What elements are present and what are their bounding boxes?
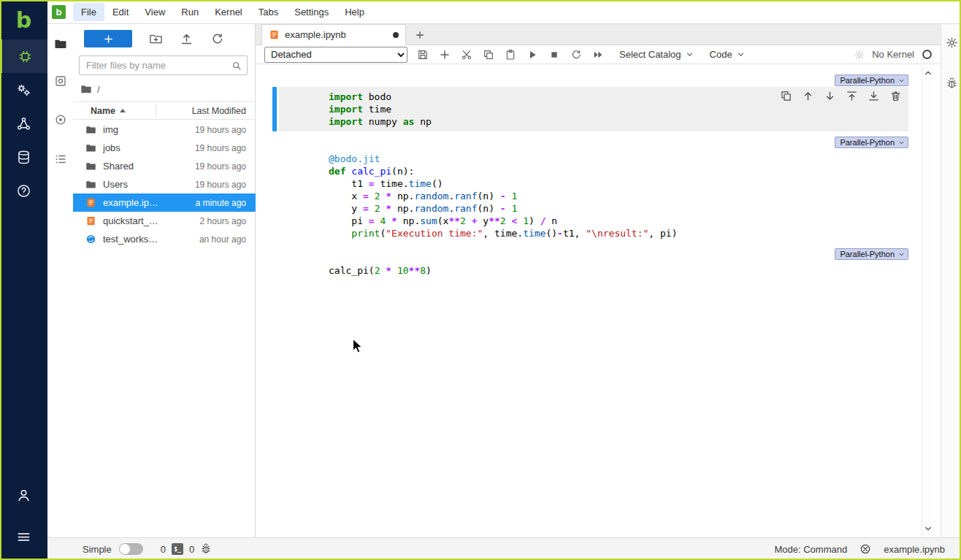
circle-dot-icon — [54, 113, 67, 126]
move-cell-up-button[interactable] — [802, 90, 814, 102]
scroll-down-icon[interactable] — [924, 524, 933, 533]
kernel-mode-select[interactable]: Detached — [264, 47, 407, 63]
bodo-logo: b — [0, 0, 47, 39]
column-header-name[interactable]: Name — [91, 106, 126, 116]
new-folder-button[interactable] — [149, 32, 163, 46]
interrupt-kernel-button[interactable] — [543, 46, 565, 64]
chevron-down-icon — [737, 50, 745, 58]
refresh-button[interactable] — [210, 32, 224, 46]
chevron-down-icon — [898, 251, 905, 258]
kernel-status-icon[interactable] — [921, 48, 933, 61]
kernel-status-label[interactable]: No Kernel — [872, 49, 914, 60]
menu-item-run[interactable]: Run — [173, 3, 207, 21]
select-catalog-dropdown[interactable]: Select Catalog — [619, 49, 694, 60]
file-browser: / Name Last Modified img 19 hours ago jo… — [73, 24, 256, 537]
plus-icon — [415, 30, 425, 40]
cell-selection-bar — [272, 87, 277, 131]
file-row[interactable]: jobs 19 hours ago — [73, 139, 256, 157]
file-name: test_works… — [103, 234, 158, 245]
insert-cell-button[interactable] — [434, 46, 456, 64]
menu-item-help[interactable]: Help — [337, 3, 372, 21]
toolbar-right-group: No Kernel — [854, 48, 933, 61]
paste-cell-button[interactable] — [499, 46, 521, 64]
breadcrumb[interactable]: / — [80, 83, 100, 96]
file-row[interactable]: test_works… an hour ago — [73, 230, 256, 248]
cell-type-dropdown[interactable]: Code — [710, 49, 745, 60]
restart-kernel-button[interactable] — [565, 46, 587, 64]
menu-item-tabs[interactable]: Tabs — [250, 3, 286, 21]
sidebar-item-catalog[interactable] — [0, 140, 47, 174]
sidebar-item-clusters[interactable] — [0, 73, 47, 107]
file-row-selected[interactable]: example.ip… a minute ago — [73, 193, 256, 212]
new-folder-icon — [149, 32, 163, 46]
file-row[interactable]: img 19 hours ago — [73, 120, 256, 139]
sessions-icon — [54, 74, 67, 88]
run-cell-button[interactable] — [521, 46, 543, 64]
tab-kernel-status[interactable] — [47, 107, 73, 132]
folder-icon — [54, 37, 67, 50]
cell-language-row: Parallel-Python — [272, 248, 908, 261]
sidebar-item-notebooks[interactable] — [0, 39, 47, 73]
active-file-indicator: example.ipynb — [884, 544, 945, 555]
save-button[interactable] — [412, 46, 434, 64]
duplicate-cell-button[interactable] — [780, 90, 792, 102]
new-tab-button[interactable] — [410, 26, 429, 45]
filter-files-box — [79, 55, 248, 75]
tab-property-inspector[interactable] — [941, 30, 961, 55]
cell-language-dropdown[interactable]: Parallel-Python — [835, 248, 908, 260]
file-row[interactable]: Users 19 hours ago — [73, 175, 256, 193]
file-row[interactable]: Shared 19 hours ago — [73, 157, 256, 175]
cell-language-label: Parallel-Python — [840, 250, 895, 258]
sidebar-item-help[interactable] — [0, 174, 47, 207]
tab-file-browser[interactable] — [47, 31, 73, 56]
bodo-logo-badge: b — [52, 5, 66, 19]
run-all-button[interactable] — [587, 46, 609, 64]
scroll-up-icon[interactable] — [924, 69, 933, 77]
simple-mode-toggle[interactable] — [119, 543, 143, 555]
upload-button[interactable] — [180, 32, 194, 46]
cell-code[interactable]: calc_pi(2 * 10**8) — [329, 264, 903, 277]
filter-files-input[interactable] — [80, 56, 247, 74]
tab-running-sessions[interactable] — [47, 69, 73, 93]
menu-item-edit[interactable]: Edit — [104, 3, 137, 21]
kernels-indicator-icon[interactable] — [200, 543, 212, 555]
tab-debugger[interactable] — [941, 71, 961, 96]
chevron-down-icon — [686, 50, 694, 58]
cell-selection-bar — [272, 261, 277, 280]
menu-item-settings[interactable]: Settings — [286, 3, 337, 21]
terminal-icon[interactable]: $_ — [172, 543, 183, 555]
folder-icon — [85, 161, 96, 172]
sidebar-item-menu[interactable] — [0, 520, 47, 553]
cell-editor[interactable]: import bodoimport timeimport numpy as np — [279, 87, 908, 131]
insert-cell-above-button[interactable] — [846, 90, 858, 102]
cell-language-dropdown[interactable]: Parallel-Python — [835, 137, 908, 148]
copy-cell-button[interactable] — [478, 46, 499, 64]
tab-example-ipynb[interactable]: example.ipynb — [261, 24, 406, 45]
notebook-toolbar: Detached Select Catalog Code No Kernel — [256, 45, 941, 64]
chevron-down-icon — [898, 139, 905, 146]
cell-code[interactable]: @bodo.jitdef calc_pi(n): t1 = time.time(… — [329, 153, 903, 239]
column-divider — [156, 104, 156, 117]
tab-table-of-contents[interactable] — [47, 147, 73, 172]
menu-item-kernel[interactable]: Kernel — [207, 3, 250, 21]
menu-item-file[interactable]: File — [73, 3, 104, 21]
sidebar-item-account[interactable] — [0, 478, 47, 512]
settings-gear-icon[interactable] — [854, 49, 865, 61]
cell-language-dropdown[interactable]: Parallel-Python — [835, 74, 908, 86]
cell-editor[interactable]: calc_pi(2 * 10**8) — [279, 261, 908, 280]
delete-cell-button[interactable] — [889, 90, 902, 102]
chevron-down-icon — [898, 77, 905, 84]
new-launcher-button[interactable] — [84, 30, 132, 47]
notebook-scrollbar[interactable] — [922, 65, 933, 537]
cut-cell-button[interactable] — [456, 46, 478, 64]
hub-icon — [16, 116, 31, 131]
cell-editor[interactable]: @bodo.jitdef calc_pi(n): t1 = time.time(… — [279, 149, 908, 243]
sidebar-item-jobs[interactable] — [0, 107, 47, 140]
tab-dirty-indicator[interactable] — [393, 32, 399, 38]
insert-cell-below-button[interactable] — [868, 90, 880, 102]
file-row[interactable]: quickstart_… 2 hours ago — [73, 212, 256, 230]
menu-item-view[interactable]: View — [137, 3, 173, 21]
insert-above-icon — [846, 90, 858, 102]
move-cell-down-button[interactable] — [824, 90, 836, 102]
column-header-modified[interactable]: Last Modified — [192, 106, 246, 116]
